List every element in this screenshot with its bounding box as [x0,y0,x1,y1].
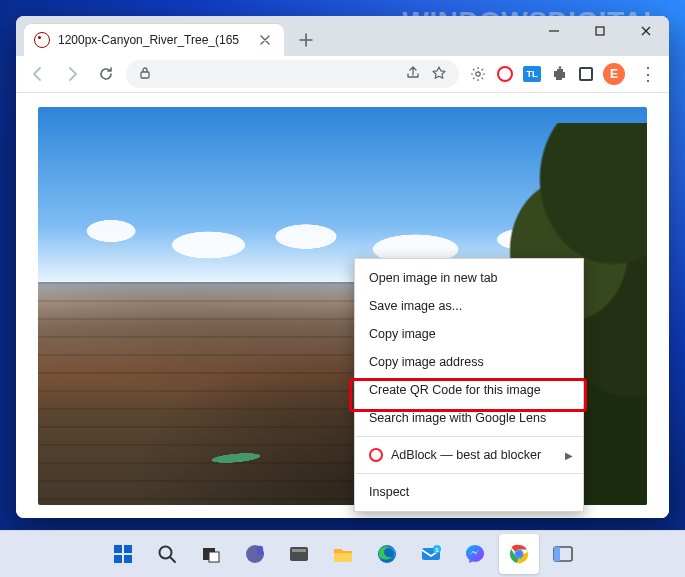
windows-taskbar: 1 [0,530,685,577]
reload-button[interactable] [92,60,120,88]
browser-toolbar: TL E ⋮ [16,56,669,93]
lock-icon [138,66,152,83]
svg-rect-4 [124,545,132,553]
ctx-label: Create QR Code for this image [369,383,541,397]
svg-rect-6 [124,555,132,563]
ctx-label: Open image in new tab [369,271,498,285]
address-bar[interactable] [126,60,459,88]
task-view-button[interactable] [191,534,231,574]
forward-button[interactable] [58,60,86,88]
adblock-extension-icon[interactable] [497,66,513,82]
extensions-row: TL E ⋮ [465,63,661,85]
minimize-button[interactable] [531,16,577,46]
ctx-separator [355,436,583,437]
svg-rect-25 [554,547,560,561]
edge-browser-button[interactable] [367,534,407,574]
chat-button[interactable] [235,534,275,574]
ctx-label: Save image as... [369,299,462,313]
chrome-menu-button[interactable]: ⋮ [635,63,661,85]
share-icon[interactable] [405,65,421,84]
ctx-open-image-new-tab[interactable]: Open image in new tab [355,264,583,292]
ctx-label: Inspect [369,485,409,499]
svg-point-11 [256,546,262,552]
svg-rect-14 [292,549,306,552]
adblock-icon [369,448,383,462]
svg-rect-5 [114,555,122,563]
ctx-copy-image[interactable]: Copy image [355,320,583,348]
ctx-separator [355,473,583,474]
ctx-label: Copy image [369,327,436,341]
ctx-copy-image-address[interactable]: Copy image address [355,348,583,376]
tl-extension-icon[interactable]: TL [523,66,541,82]
new-tab-button[interactable] [292,26,320,54]
back-button[interactable] [24,60,52,88]
mail-button[interactable]: 1 [411,534,451,574]
ctx-save-image-as[interactable]: Save image as... [355,292,583,320]
ctx-search-google-lens[interactable]: Search image with Google Lens [355,404,583,432]
widgets-button[interactable] [279,534,319,574]
submenu-arrow-icon: ▶ [565,450,573,461]
close-tab-button[interactable] [256,31,274,49]
messenger-button[interactable] [455,534,495,574]
svg-point-2 [476,72,480,76]
tab-title: 1200px-Canyon_River_Tree_(165 [58,33,248,47]
svg-rect-0 [596,27,604,35]
maximize-button[interactable] [577,16,623,46]
extensions-puzzle-icon[interactable] [551,65,569,83]
svg-rect-3 [114,545,122,553]
ctx-create-qr-code[interactable]: Create QR Code for this image [355,376,583,404]
generic-app-button[interactable] [543,534,583,574]
svg-point-23 [515,551,522,558]
ctx-label: Copy image address [369,355,484,369]
profile-avatar[interactable]: E [603,63,625,85]
ctx-inspect[interactable]: Inspect [355,478,583,506]
browser-tab[interactable]: 1200px-Canyon_River_Tree_(165 [24,24,284,56]
bookmark-star-icon[interactable] [431,65,447,84]
svg-rect-9 [209,552,219,562]
window-controls [531,16,669,46]
start-button[interactable] [103,534,143,574]
ctx-adblock-submenu[interactable]: AdBlock — best ad blocker ▶ [355,441,583,469]
ctx-label: Search image with Google Lens [369,411,546,425]
search-button[interactable] [147,534,187,574]
tab-strip: 1200px-Canyon_River_Tree_(165 [16,16,669,56]
svg-rect-1 [141,72,149,78]
wikimedia-favicon [34,32,50,48]
chrome-taskbar-button[interactable] [499,534,539,574]
image-context-menu: Open image in new tab Save image as... C… [354,258,584,512]
svg-rect-12 [257,552,264,555]
ctx-label: AdBlock — best ad blocker [391,448,541,462]
file-explorer-button[interactable] [323,534,363,574]
settings-gear-icon[interactable] [469,65,487,83]
sidepanel-icon[interactable] [579,67,593,81]
close-window-button[interactable] [623,16,669,46]
